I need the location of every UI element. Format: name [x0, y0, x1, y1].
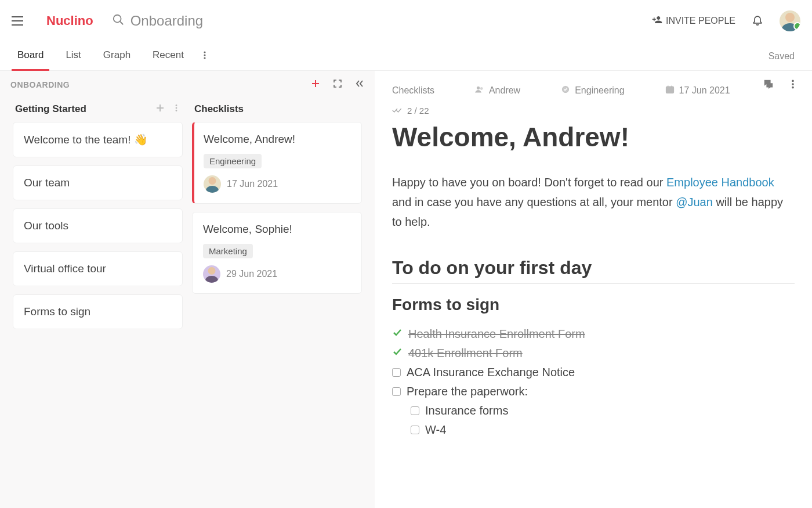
svg-point-0 — [113, 15, 121, 23]
svg-point-9 — [176, 105, 177, 106]
checklist-item[interactable]: Insurance forms — [392, 401, 795, 420]
doc-intro[interactable]: Happy to have you on board! Don't forget… — [392, 172, 795, 232]
search-text: Onboarding — [130, 13, 203, 29]
assignee-field[interactable]: Andrew — [475, 85, 520, 96]
card-avatar — [204, 175, 221, 193]
card-date: 17 Jun 2021 — [227, 179, 278, 189]
column-title: Getting Started — [15, 103, 86, 115]
tab-graph[interactable]: Graph — [97, 41, 136, 71]
board-card[interactable]: Our team — [13, 165, 183, 200]
board-title: ONBOARDING — [10, 80, 70, 89]
calendar-icon — [665, 85, 675, 96]
task-progress: 2 / 22 — [392, 106, 795, 116]
page-title[interactable]: Welcome, Andrew! — [392, 121, 795, 153]
app-header: Nuclino Onboarding INVITE PEOPLE — [0, 0, 812, 42]
svg-point-11 — [176, 110, 177, 111]
checklist-item[interactable]: 401k Enrollment Form — [392, 344, 795, 363]
people-icon — [475, 85, 484, 96]
tab-board[interactable]: Board — [12, 41, 49, 71]
tab-recent[interactable]: Recent — [147, 41, 190, 71]
check-icon — [392, 327, 403, 341]
checkbox-icon[interactable] — [392, 368, 401, 377]
svg-point-16 — [480, 87, 483, 89]
notifications-icon[interactable] — [752, 13, 763, 28]
svg-rect-18 — [666, 87, 673, 93]
subsection-heading[interactable]: Forms to sign — [392, 296, 795, 314]
comments-icon[interactable] — [763, 79, 774, 92]
column-title: Checklists — [194, 103, 244, 115]
board-card[interactable]: Welcome, Andrew!Engineering17 Jun 2021 — [192, 122, 362, 204]
brand-name: Nuclino — [46, 13, 93, 28]
checklist-item[interactable]: Health Insurance Enrollment Form — [392, 325, 795, 344]
user-avatar[interactable] — [780, 10, 800, 31]
tag-icon — [561, 85, 570, 96]
board-card[interactable]: Welcome to the team! 👋 — [13, 122, 183, 157]
card-avatar — [203, 265, 220, 283]
card-tag: Engineering — [204, 154, 262, 168]
svg-point-10 — [176, 107, 177, 109]
svg-point-14 — [792, 87, 794, 89]
board-panel: ONBOARDING Getting StartedWelcome to the… — [0, 71, 375, 508]
menu-icon[interactable] — [12, 14, 26, 28]
board-card[interactable]: Welcome, Sophie!Marketing29 Jun 2021 — [192, 212, 362, 294]
svg-point-3 — [204, 54, 205, 56]
collapse-icon[interactable] — [355, 79, 364, 91]
section-heading[interactable]: To do on your first day — [392, 257, 795, 284]
checklist-item[interactable]: Prepare the paperwork: — [392, 382, 795, 401]
add-person-icon — [652, 15, 662, 27]
card-tag: Marketing — [203, 244, 253, 258]
checklist: Health Insurance Enrollment Form401k Enr… — [392, 325, 795, 439]
svg-point-4 — [204, 57, 205, 59]
svg-point-2 — [204, 51, 205, 53]
svg-point-12 — [792, 80, 794, 82]
document-panel: Checklists Andrew Engineering 17 Jun 202… — [375, 71, 812, 508]
checklist-icon — [392, 106, 403, 116]
handbook-link[interactable]: Employee Handbook — [666, 176, 774, 189]
mentor-mention[interactable]: @Juan — [676, 196, 713, 208]
checkbox-icon[interactable] — [411, 406, 419, 415]
invite-people-button[interactable]: INVITE PEOPLE — [652, 15, 735, 27]
save-status: Saved — [768, 51, 800, 62]
checkbox-icon[interactable] — [392, 387, 401, 396]
expand-icon[interactable] — [333, 79, 342, 91]
brand-logo[interactable]: Nuclino — [42, 13, 93, 28]
more-icon[interactable] — [200, 51, 209, 62]
checkbox-icon[interactable] — [411, 426, 419, 434]
search-icon — [112, 13, 125, 28]
card-date: 29 Jun 2021 — [226, 269, 277, 279]
board-card[interactable]: Virtual office tour — [13, 251, 183, 286]
check-icon — [392, 347, 403, 360]
column-more-icon[interactable] — [172, 104, 180, 114]
board-column: Getting StartedWelcome to the team! 👋Our… — [8, 99, 187, 508]
board-card[interactable]: Our tools — [13, 208, 183, 243]
tab-list[interactable]: List — [60, 41, 86, 71]
svg-point-15 — [477, 87, 480, 89]
more-icon[interactable] — [788, 79, 798, 92]
date-field[interactable]: 17 Jun 2021 — [665, 85, 730, 96]
category-field[interactable]: Engineering — [561, 85, 624, 96]
checklist-item[interactable]: ACA Insurance Exchange Notice — [392, 363, 795, 382]
svg-line-1 — [119, 21, 123, 25]
board-card[interactable]: Forms to sign — [13, 294, 183, 329]
breadcrumb[interactable]: Checklists — [392, 85, 434, 96]
board-column: ChecklistsWelcome, Andrew!Engineering17 … — [187, 99, 367, 508]
add-icon[interactable] — [311, 79, 320, 91]
add-card-icon[interactable] — [156, 104, 164, 114]
search-box[interactable]: Onboarding — [112, 13, 203, 29]
svg-point-13 — [792, 83, 794, 85]
view-tabs: BoardListGraphRecent Saved — [0, 42, 812, 71]
checklist-item[interactable]: W-4 — [392, 420, 795, 439]
